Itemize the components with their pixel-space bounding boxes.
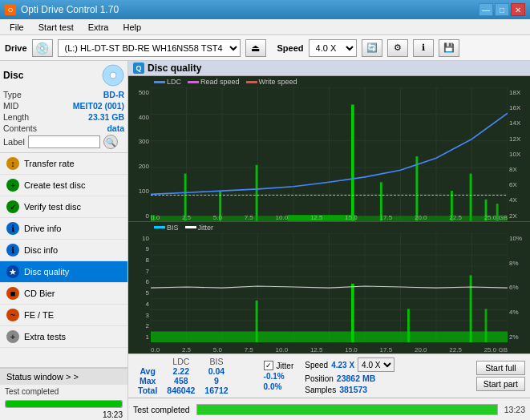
save-button[interactable]: 💾: [439, 39, 459, 57]
app-icon: O: [5, 4, 16, 15]
mid-label: MID: [3, 101, 18, 111]
sidebar-item-verify-test-disc[interactable]: ✓ Verify test disc: [0, 196, 127, 218]
maximize-button[interactable]: □: [495, 3, 509, 16]
legend-read-speed: Read speed: [188, 78, 240, 86]
menu-extra[interactable]: Extra: [82, 21, 115, 34]
svg-rect-25: [351, 105, 354, 221]
bottom-legend: BIS Jitter: [154, 224, 213, 232]
sidebar-item-fe-te[interactable]: ~ FE / TE: [0, 305, 127, 326]
bottom-progress-fill: [197, 405, 497, 414]
legend-ldc: LDC: [154, 78, 181, 86]
quality-icon: Q: [133, 63, 144, 74]
stats-table: LDC BIS Avg 2.22 0.04 Max: [133, 357, 253, 395]
contents-value: data: [107, 123, 124, 133]
status-text: Test completed: [0, 385, 127, 398]
samples-value: 381573: [339, 385, 367, 394]
svg-rect-58: [407, 309, 410, 342]
avg-bis: 0.04: [200, 366, 233, 376]
jitter-label: Jitter: [277, 361, 294, 370]
content-panel: Q Disc quality LDC Read speed: [128, 61, 530, 420]
menu-start-test[interactable]: Start test: [32, 21, 80, 34]
disc-label-btn[interactable]: 🔍: [103, 135, 118, 149]
status-bar: Status window > > Test completed 13:23: [0, 367, 127, 420]
refresh-button[interactable]: 🔄: [362, 39, 382, 57]
menu-file[interactable]: File: [3, 21, 30, 34]
disc-label-input[interactable]: [28, 135, 100, 148]
svg-rect-27: [415, 156, 418, 221]
avg-ldc: 2.22: [162, 366, 200, 376]
minimize-button[interactable]: —: [479, 3, 493, 16]
max-jitter: 0.0%: [264, 382, 294, 391]
sidebar-item-transfer-rate[interactable]: ↕ Transfer rate: [0, 153, 127, 175]
sidebar-progress-fill: [6, 401, 122, 407]
jitter-checkbox[interactable]: ✓: [264, 361, 273, 370]
disc-panel: Disc Type BD-R MID MEIT02 (001) Length 2…: [0, 61, 127, 153]
quality-title: Disc quality: [148, 63, 201, 74]
svg-rect-23: [256, 165, 258, 221]
sidebar: Disc Type BD-R MID MEIT02 (001) Length 2…: [0, 61, 128, 420]
start-part-button[interactable]: Start part: [476, 377, 525, 391]
bottom-x-axis: 0.02.55.07.510.012.515.017.520.022.525.0…: [151, 346, 508, 353]
close-button[interactable]: ✕: [511, 3, 525, 16]
top-y-left: 5004003002001000: [128, 87, 151, 221]
drive-info-icon: ℹ: [6, 222, 19, 235]
disc-title: Disc: [3, 70, 23, 81]
legend-write-speed: Write speed: [246, 78, 297, 86]
extra-tests-icon: +: [6, 330, 19, 343]
svg-rect-59: [470, 275, 472, 342]
sidebar-item-create-test-disc[interactable]: + Create test disc: [0, 175, 127, 196]
bottom-y-left: 10987654321: [128, 233, 151, 342]
info-button[interactable]: ℹ: [413, 39, 434, 57]
drive-select[interactable]: (L:) HL-DT-ST BD-RE WH16NS58 TST4: [58, 39, 241, 57]
status-time-row: 13:23: [0, 410, 127, 420]
window-controls[interactable]: — □ ✕: [479, 3, 525, 16]
main-layout: Disc Type BD-R MID MEIT02 (001) Length 2…: [0, 61, 530, 420]
bottom-time: 13:23: [504, 405, 525, 414]
length-value: 23.31 GB: [88, 112, 124, 122]
type-label: Type: [3, 90, 22, 99]
bottom-progress-bar: [196, 404, 498, 415]
app-title: Opti Drive Control 1.70: [21, 4, 119, 15]
disc-label-text: Label: [3, 137, 25, 147]
mid-value: MEIT02 (001): [73, 101, 124, 111]
create-test-icon: +: [6, 179, 19, 192]
quality-header: Q Disc quality: [128, 61, 530, 76]
speed-section: Speed 4.23 X 4.0 X Position 23862 MB Sam…: [305, 357, 394, 394]
speed-target-select[interactable]: 4.0 X: [358, 357, 394, 372]
max-label: Max: [133, 376, 162, 386]
menu-help[interactable]: Help: [116, 21, 148, 34]
svg-rect-56: [256, 301, 258, 342]
charts-area: LDC Read speed Write speed 5004003002001…: [128, 76, 530, 353]
avg-jitter: -0.1%: [264, 372, 294, 381]
fe-te-icon: ~: [6, 309, 19, 321]
top-x-axis: 0.02.55.07.510.012.515.017.520.022.525.0…: [151, 214, 508, 221]
verify-test-icon: ✓: [6, 200, 19, 213]
eject-button[interactable]: ⏏: [245, 39, 266, 57]
cd-bier-icon: ■: [6, 287, 19, 300]
start-full-button[interactable]: Start full: [476, 361, 525, 375]
disc-info-icon: ℹ: [6, 244, 19, 256]
svg-rect-57: [351, 284, 354, 342]
speed-select[interactable]: 4.0 X 1.0 X 2.0 X 8.0 X: [309, 39, 357, 57]
max-ldc: 458: [162, 376, 200, 386]
sidebar-item-extra-tests[interactable]: + Extra tests: [0, 326, 127, 348]
bottom-chart-svg: [151, 233, 508, 342]
speed-current: 4.23 X: [331, 361, 354, 370]
speed-label: Speed: [277, 43, 304, 53]
top-y-right: 18X16X14X12X10X8X6X4X2X: [508, 87, 530, 221]
ldc-header: LDC: [162, 357, 200, 366]
contents-label: Contents: [3, 123, 37, 133]
sidebar-item-disc-info[interactable]: ℹ Disc info: [0, 240, 127, 261]
legend-bis: BIS: [154, 224, 179, 232]
total-ldc: 846042: [162, 386, 200, 395]
sidebar-item-drive-info[interactable]: ℹ Drive info: [0, 218, 127, 240]
sidebar-item-cd-bier[interactable]: ■ CD Bier: [0, 283, 127, 305]
settings-button[interactable]: ⚙: [387, 39, 408, 57]
sidebar-item-disc-quality[interactable]: ★ Disc quality: [0, 261, 127, 283]
bottom-status-bar: Test completed 13:23: [128, 398, 530, 420]
status-window-button[interactable]: Status window > >: [0, 368, 127, 385]
drive-label: Drive: [5, 43, 27, 53]
bottom-status-text: Test completed: [133, 405, 190, 414]
stats-row: LDC BIS Avg 2.22 0.04 Max: [133, 357, 525, 395]
svg-point-1: [110, 72, 116, 79]
